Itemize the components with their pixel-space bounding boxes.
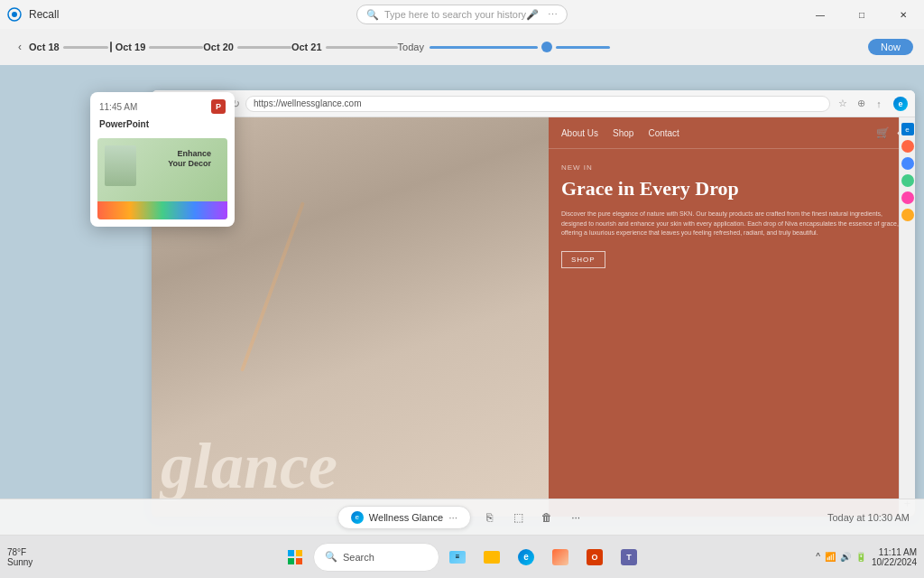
timeline-segment-3 <box>237 46 291 49</box>
popup-time: 11:45 AM <box>99 102 206 112</box>
site-glance-text: glance <box>161 434 540 499</box>
site-nav-about[interactable]: About Us <box>561 128 598 138</box>
sidebar-edge-icon[interactable]: e <box>901 123 914 135</box>
popup-preview: Enhance Your Decor <box>90 135 235 227</box>
popup-card[interactable]: 11:45 AM P PowerPoint Enhance Your Decor <box>90 92 235 227</box>
timeline-segment-4 <box>326 46 398 49</box>
close-button[interactable]: ✕ <box>882 0 924 29</box>
screenshot-more-button[interactable]: ··· <box>565 507 587 528</box>
site-nav-contact[interactable]: Contact <box>648 128 679 138</box>
taskbar-weather[interactable]: 78°F Sunny <box>7 547 32 567</box>
site-content: glance About Us Shop Contact 🛒 ♦ NEW IN … <box>152 117 915 517</box>
timeline-cursor <box>110 42 112 52</box>
timeline-item-oct18[interactable]: Oct 18 <box>29 42 63 52</box>
taskbar-files-button[interactable] <box>476 541 508 573</box>
slide-title-line1: Enhance <box>168 149 220 159</box>
widgets-icon: ≡ <box>449 551 466 564</box>
slide-title-line2: Your Decor <box>168 159 220 169</box>
timeline-bar: ‹ Oct 18 Oct 19 Oct 20 Oct 21 Today Now <box>0 29 924 65</box>
browser-pin-icon[interactable]: ⊕ <box>854 98 868 109</box>
taskbar-search-box[interactable]: 🔍 Search <box>313 543 439 572</box>
taskbar-widgets-button[interactable]: ≡ <box>441 541 474 573</box>
site-shop-button[interactable]: SHOP <box>561 251 605 268</box>
photos-icon <box>552 549 568 565</box>
sidebar-icon-5[interactable] <box>901 209 914 221</box>
timeline-label-oct18: Oct 18 <box>29 42 60 52</box>
sidebar-icon-1[interactable] <box>901 140 914 153</box>
taskbar: 78°F Sunny 🔍 Search ≡ e <box>0 535 924 578</box>
screenshot-copy-button[interactable]: ⎘ <box>478 507 500 528</box>
screenshot-label-bar: e Wellness Glance ··· ⎘ ⬚ 🗑 ··· Today at… <box>0 499 924 535</box>
sidebar-icon-2[interactable] <box>901 157 914 170</box>
screenshot-tab-dots: ··· <box>448 511 457 524</box>
screenshot-actions: ⎘ ⬚ 🗑 ··· <box>478 507 587 528</box>
browser-sidebar: e + <box>899 117 915 517</box>
taskbar-photos-button[interactable] <box>544 541 577 573</box>
history-search-box[interactable]: 🔍 Type here to search your history 🎤 ⋯ <box>356 5 568 24</box>
popup-header: 11:45 AM P <box>90 92 235 119</box>
browser-action-icons: ☆ ⊕ ↑ e <box>836 97 908 111</box>
slide-image-placeholder <box>105 145 136 186</box>
taskbar-teams-button[interactable]: T <box>613 541 645 573</box>
search-placeholder: Type here to search your history <box>384 9 526 20</box>
window-controls: — □ ✕ <box>799 0 924 29</box>
screenshot-save-button[interactable]: ⬚ <box>507 507 529 528</box>
timeline-segment-now <box>556 46 610 49</box>
site-nav-shop[interactable]: Shop <box>613 128 633 138</box>
svg-rect-2 <box>288 550 294 556</box>
screenshot-tab-icon: e <box>351 511 364 524</box>
browser-url-bar[interactable]: https://wellnessglance.com <box>245 96 830 112</box>
site-navigation: About Us Shop Contact 🛒 ♦ <box>549 117 915 149</box>
timeline-today-label: Today <box>398 42 424 52</box>
edge-browser-icon: e <box>893 97 908 111</box>
sidebar-icon-3[interactable] <box>901 174 914 187</box>
teams-icon: T <box>621 549 637 565</box>
sidebar-icon-4[interactable] <box>901 191 914 204</box>
timeline-now-button[interactable]: Now <box>868 39 913 55</box>
svg-point-1 <box>12 12 17 17</box>
timeline-back-button[interactable]: ‹ <box>11 38 29 56</box>
browser-star-icon[interactable]: ☆ <box>836 98 850 109</box>
restore-button[interactable]: □ <box>841 0 882 29</box>
slide-text-area: Enhance Your Decor <box>168 149 220 169</box>
office-icon: O <box>587 549 603 565</box>
taskbar-edge-button[interactable]: e <box>510 541 542 573</box>
browser-titlebar: ← → ↻ https://wellnessglance.com ☆ ⊕ ↑ e <box>152 90 915 117</box>
slide-color-bar <box>97 201 227 219</box>
taskbar-search-label: Search <box>343 552 374 563</box>
app-title: Recall <box>29 8 59 21</box>
timeline-item-oct20[interactable]: Oct 20 <box>203 42 237 52</box>
edge-icon: e <box>518 549 534 565</box>
volume-icon[interactable]: 🔊 <box>840 552 851 562</box>
timeline-segment-today <box>430 46 538 49</box>
network-icon[interactable]: 📶 <box>825 552 836 562</box>
site-body-text: Discover the pure elegance of nature wit… <box>561 210 902 238</box>
browser-share-icon[interactable]: ↑ <box>872 98 886 109</box>
more-options-icon[interactable]: ⋯ <box>548 9 558 21</box>
timeline-item-oct19[interactable]: Oct 19 <box>116 42 150 52</box>
svg-rect-4 <box>288 558 294 564</box>
start-menu-button[interactable] <box>279 541 311 573</box>
timeline-label-oct19: Oct 19 <box>116 42 146 52</box>
timeline-label-oct20: Oct 20 <box>203 42 234 52</box>
tray-expand-icon[interactable]: ^ <box>816 552 820 562</box>
mic-icon[interactable]: 🎤 <box>526 9 539 21</box>
weather-temp: 78°F <box>7 547 32 557</box>
timeline-now-dot <box>541 42 552 52</box>
taskbar-office-button[interactable]: O <box>578 541 611 573</box>
screenshot-delete-button[interactable]: 🗑 <box>536 507 558 528</box>
cart-icon[interactable]: 🛒 <box>876 126 890 139</box>
timeline-segment-2 <box>149 46 203 49</box>
svg-rect-5 <box>296 558 302 564</box>
files-icon <box>484 551 500 564</box>
clock-date: 10/22/2024 <box>872 557 917 567</box>
system-clock[interactable]: 11:11 AM 10/22/2024 <box>872 547 917 567</box>
browser-window: ← → ↻ https://wellnessglance.com ☆ ⊕ ↑ e <box>152 90 915 517</box>
battery-icon[interactable]: 🔋 <box>855 552 866 562</box>
timeline-item-oct21[interactable]: Oct 21 <box>291 42 326 52</box>
taskbar-left: 78°F Sunny <box>7 547 36 567</box>
app-icon <box>0 0 29 29</box>
site-new-in-label: NEW IN <box>561 163 902 172</box>
screenshot-tab[interactable]: e Wellness Glance ··· <box>337 506 471 529</box>
minimize-button[interactable]: — <box>799 0 841 29</box>
